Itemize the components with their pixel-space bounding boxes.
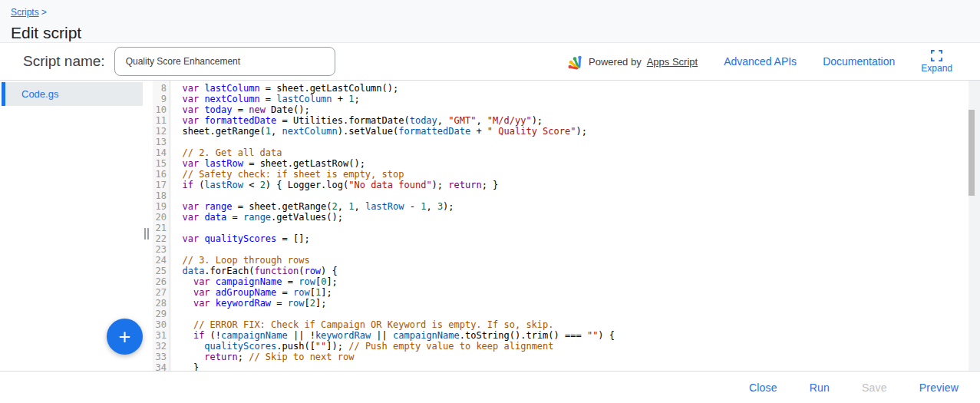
line-number: 26 xyxy=(153,276,167,287)
code-line[interactable]: var campaignName = row[0]; xyxy=(171,276,980,287)
editor-content: Code.gs 89101112131415161718192021222324… xyxy=(0,80,980,371)
advanced-apis-link[interactable]: Advanced APIs xyxy=(724,55,797,68)
line-number: 28 xyxy=(153,298,167,309)
code-line[interactable]: // Safety check: if sheet is empty, stop xyxy=(171,169,980,180)
footer-action-bar: Close Run Save Preview xyxy=(0,371,980,403)
line-number: 15 xyxy=(153,158,167,169)
line-number: 11 xyxy=(153,115,167,126)
code-line[interactable] xyxy=(171,137,980,147)
script-name-input[interactable] xyxy=(114,47,335,76)
sidebar-item-code-gs[interactable]: Code.gs xyxy=(2,82,143,106)
code-line[interactable]: return; // Skip to next row xyxy=(171,352,980,362)
code-line[interactable] xyxy=(171,309,980,319)
code-line[interactable]: var keywordRaw = row[2]; xyxy=(171,298,980,309)
code-line[interactable]: var range = sheet.getRange(2, 1, lastRow… xyxy=(171,201,980,212)
code-line[interactable]: var qualityScores = []; xyxy=(171,233,980,244)
code-line[interactable]: // ERROR FIX: Check if Campaign OR Keywo… xyxy=(171,319,980,330)
code-line[interactable]: // 3. Loop through rows xyxy=(171,255,980,266)
code-line[interactable]: // 2. Get all data xyxy=(171,147,980,158)
code-line[interactable]: qualityScores.push([""]); // Push empty … xyxy=(171,341,980,352)
script-editor-panel: Script name: Powered by Apps Script Adva… xyxy=(0,42,980,403)
powered-by-apps-script: Powered by Apps Script xyxy=(567,53,698,70)
preview-button[interactable]: Preview xyxy=(919,382,959,394)
line-number: 31 xyxy=(153,330,167,341)
code-line[interactable] xyxy=(171,244,980,255)
code-line[interactable]: var lastRow = sheet.getLastRow(); xyxy=(171,158,980,169)
page-title: Edit script xyxy=(11,24,980,42)
breadcrumb-scripts-link[interactable]: Scripts xyxy=(11,7,39,18)
header: Scripts> Edit script xyxy=(0,0,980,42)
line-number: 9 xyxy=(153,94,167,104)
powered-by-text: Powered by xyxy=(589,56,642,68)
close-button[interactable]: Close xyxy=(749,382,777,394)
run-button[interactable]: Run xyxy=(810,382,830,394)
line-number: 16 xyxy=(153,169,167,180)
apps-script-logo-icon xyxy=(567,53,583,70)
line-number-gutter: 8910111213141516171819202122232425262728… xyxy=(153,81,170,371)
documentation-link[interactable]: Documentation xyxy=(823,55,895,68)
expand-button[interactable]: Expand xyxy=(921,50,952,74)
line-number: 18 xyxy=(153,190,167,201)
code-line[interactable]: data.forEach(function(row) { xyxy=(171,266,980,276)
line-number: 22 xyxy=(153,233,167,244)
line-number: 14 xyxy=(153,147,167,158)
add-script-fab-button[interactable]: + xyxy=(107,319,143,355)
save-button[interactable]: Save xyxy=(862,382,887,394)
line-number: 20 xyxy=(153,212,167,223)
editor-scrollbar xyxy=(968,81,980,371)
line-number: 10 xyxy=(153,104,167,115)
line-number: 29 xyxy=(153,309,167,319)
code-line[interactable] xyxy=(171,190,980,201)
scrollbar-thumb[interactable] xyxy=(968,110,975,196)
code-line[interactable]: } xyxy=(171,362,980,371)
breadcrumb-chevron: > xyxy=(41,7,47,18)
line-number: 23 xyxy=(153,244,167,255)
line-number: 34 xyxy=(153,362,167,371)
sidebar-resize-handle[interactable] xyxy=(144,228,149,239)
code-line[interactable]: var data = range.getValues(); xyxy=(171,212,980,223)
line-number: 8 xyxy=(153,83,167,94)
script-name-label: Script name: xyxy=(23,53,105,70)
expand-fullscreen-icon xyxy=(931,50,942,61)
code-line[interactable]: var adGroupName = row[1]; xyxy=(171,287,980,298)
code-line[interactable]: sheet.getRange(1, nextColumn).setValue(f… xyxy=(171,126,980,137)
code-line[interactable]: var formattedDate = Utilities.formatDate… xyxy=(171,115,980,126)
code-editor[interactable]: 8910111213141516171819202122232425262728… xyxy=(153,81,980,371)
line-number: 27 xyxy=(153,287,167,298)
line-number: 24 xyxy=(153,255,167,266)
line-number: 12 xyxy=(153,126,167,137)
code-line[interactable] xyxy=(171,223,980,233)
line-number: 25 xyxy=(153,266,167,276)
apps-script-link[interactable]: Apps Script xyxy=(647,56,698,68)
code-line[interactable]: var lastColumn = sheet.getLastColumn(); xyxy=(171,83,980,94)
line-number: 33 xyxy=(153,352,167,362)
line-number: 13 xyxy=(153,137,167,147)
file-name-label: Code.gs xyxy=(21,88,58,100)
line-number: 19 xyxy=(153,201,167,212)
line-number: 21 xyxy=(153,223,167,233)
code-line[interactable]: var today = new Date(); xyxy=(171,104,980,115)
code-line[interactable]: if (!campaignName || !keywordRaw || camp… xyxy=(171,330,980,341)
code-lines[interactable]: var lastColumn = sheet.getLastColumn(); … xyxy=(170,81,980,371)
expand-label: Expand xyxy=(921,63,952,74)
line-number: 30 xyxy=(153,319,167,330)
script-toolbar: Script name: Powered by Apps Script Adva… xyxy=(0,43,980,80)
line-number: 17 xyxy=(153,180,167,190)
code-line[interactable]: var nextColumn = lastColumn + 1; xyxy=(171,94,980,104)
line-number: 32 xyxy=(153,341,167,352)
code-line[interactable]: if (lastRow < 2) { Logger.log("No data f… xyxy=(171,180,980,190)
